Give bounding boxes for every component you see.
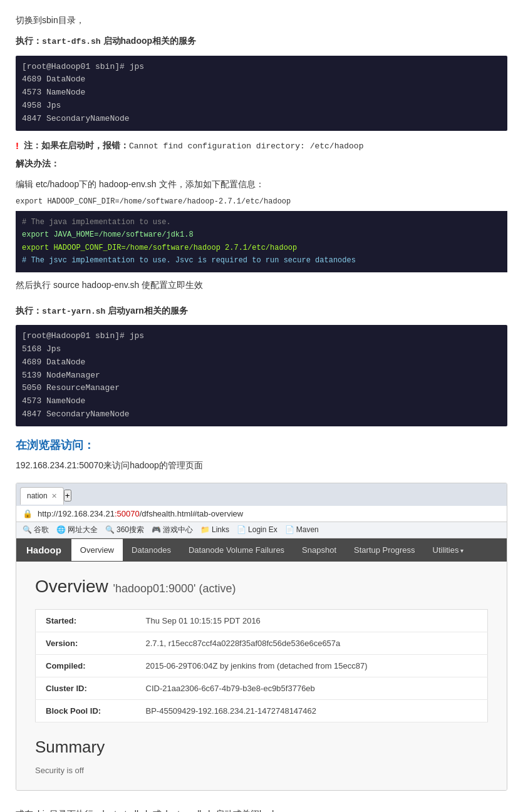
bookmark-nav-label: 网址大全 (68, 525, 98, 535)
nav-item-startup-progress[interactable]: Startup Progress (345, 539, 424, 561)
bookmark-maven-icon: 📄 (285, 525, 294, 534)
terminal-line-2: 4573 NameNode (22, 86, 501, 100)
new-tab-button[interactable]: + (64, 490, 71, 501)
code-line-conf-dir: export HADOOP_CONF_DIR=/home/software/ha… (22, 242, 501, 254)
tab-close-button[interactable]: ✕ (51, 492, 57, 500)
info-value-started: Thu Sep 01 10:15:15 PDT 2016 (136, 609, 488, 632)
browser-addressbar: 🔒 http://192.168.234.21:50070/dfshealth.… (16, 506, 507, 522)
terminal-line-3: 4958 Jps (22, 100, 501, 113)
url-port: :50070 (115, 509, 140, 518)
yarn-section: 执行：start-yarn.sh 启动yarn相关的服务 (16, 303, 507, 319)
code-box: # The java implementation to use. export… (16, 211, 507, 272)
summary-title: Summary (35, 737, 488, 757)
bookmark-google-label: 谷歌 (34, 525, 49, 535)
bottom-note: 或在sbin目录下执行: sh start-all.sh 或sh stop-al… (16, 806, 507, 812)
info-label-block-pool: Block Pool ID: (36, 699, 136, 722)
browser-tab-active[interactable]: nation ✕ (20, 487, 64, 505)
info-row-compiled: Compiled: 2015-06-29T06:04Z by jenkins f… (36, 654, 488, 677)
terminal-line-1: 4689 DataNode (22, 73, 501, 86)
bookmark-maven-label: Maven (296, 525, 319, 534)
info-label-cluster-id: Cluster ID: (36, 677, 136, 699)
info-value-cluster-id: CID-21aa2306-6c67-4b79-b3e8-ec9b5f3776eb (136, 677, 488, 699)
hadoop-navbar: Hadoop Overview Datanodes Datanode Volum… (16, 538, 507, 562)
info-row-version: Version: 2.7.1, r15ecc87ccf4a0228f35af08… (36, 632, 488, 654)
nav-item-utilities[interactable]: Utilities (424, 539, 473, 561)
bookmark-maven[interactable]: 📄 Maven (285, 525, 319, 534)
url-host: 192.168.234.21 (58, 509, 115, 518)
code-line-comment: # The java implementation to use. (22, 216, 501, 229)
browser-tabbar: nation ✕ + (16, 483, 507, 506)
url-prefix: http:// (38, 509, 58, 518)
info-label-started: Started: (36, 609, 136, 632)
nav-item-datanodes[interactable]: Datanodes (123, 539, 180, 561)
bookmark-loginex-icon: 📄 (237, 525, 246, 534)
security-text: Security is off (35, 766, 488, 775)
intro-line1: 切换到sbin目录， (16, 13, 507, 28)
browser-bookmarks-bar: 🔍 谷歌 🌐 网址大全 🔍 360搜索 🎮 游戏中心 📁 Links 📄 Log… (16, 522, 507, 538)
browser-section-desc: 192.168.234.21:50070来访问hadoop的管理页面 (16, 458, 507, 473)
bookmark-360-icon: 🔍 (105, 525, 115, 534)
terminal2-line-1: 4689 DataNode (22, 356, 501, 369)
info-value-compiled: 2015-06-29T06:04Z by jenkins from (detac… (136, 654, 488, 677)
hadoop-nav-items: Overview Datanodes Datanode Volume Failu… (71, 539, 507, 561)
bookmark-links[interactable]: 📁 Links (200, 525, 229, 534)
browser-chrome: nation ✕ + 🔒 http://192.168.234.21:50070… (16, 483, 507, 791)
notice-text: 注：如果在启动时，报错：Cannot find configuration di… (24, 138, 363, 153)
bookmark-nav[interactable]: 🌐 网址大全 (56, 525, 98, 535)
nav-item-snapshot[interactable]: Snapshot (293, 539, 345, 561)
terminal2-line-2: 5139 NodeManager (22, 369, 501, 383)
nav-item-overview[interactable]: Overview (71, 539, 123, 561)
overview-hostname: 'hadoop01:9000' (active) (113, 582, 236, 595)
terminal-jps-1: [root@Hadoop01 sbin]# jps 4689 DataNode … (16, 56, 507, 131)
info-row-block-pool: Block Pool ID: BP-45509429-192.168.234.2… (36, 699, 488, 722)
bookmark-loginex-label: Login Ex (248, 525, 277, 534)
bookmark-360-label: 360搜索 (117, 525, 144, 535)
bookmark-google-icon: 🔍 (23, 525, 32, 534)
terminal-line-4: 4847 SecondaryNameNode (22, 113, 501, 126)
bookmark-360[interactable]: 🔍 360搜索 (105, 525, 144, 535)
ssl-lock-icon: 🔒 (23, 509, 33, 518)
terminal-prompt-1: [root@Hadoop01 sbin]# jps (22, 61, 501, 74)
url-display[interactable]: http://192.168.234.21:50070/dfshealth.ht… (38, 509, 243, 518)
bookmark-loginex[interactable]: 📄 Login Ex (237, 525, 277, 534)
bookmark-games-label: 游戏中心 (163, 525, 193, 535)
bookmark-games[interactable]: 🎮 游戏中心 (152, 525, 193, 535)
terminal-prompt-2: [root@Hadoop01 sbin]# jps (22, 330, 501, 343)
intro-line2: 执行：start-dfs.sh 启动hadoop相关的服务 (16, 33, 507, 49)
terminal2-line-0: 5168 Jps (22, 343, 501, 356)
info-value-block-pool: BP-45509429-192.168.234.21-1472748147462 (136, 699, 488, 722)
overview-title: Overview 'hadoop01:9000' (active) (35, 577, 488, 597)
url-path: /dfshealth.html#tab-overview (140, 509, 243, 518)
hadoop-content: Overview 'hadoop01:9000' (active) Starte… (16, 562, 507, 790)
solution-desc: 编辑 etc/hadoop下的 hadoop-env.sh 文件，添加如下配置信… (16, 177, 507, 192)
terminal2-line-5: 4847 SecondaryNameNode (22, 408, 501, 421)
overview-info-table: Started: Thu Sep 01 10:15:15 PDT 2016 Ve… (35, 609, 488, 722)
after-edit-text: 然后执行 source hadoop-env.sh 使配置立即生效 (16, 277, 507, 293)
bookmark-nav-icon: 🌐 (56, 525, 66, 534)
solution-label: 解决办法： (16, 156, 507, 172)
bookmark-google[interactable]: 🔍 谷歌 (23, 525, 49, 535)
bookmark-games-icon: 🎮 (152, 525, 161, 534)
terminal2-line-4: 4573 NameNode (22, 395, 501, 408)
code-line-java-home: export JAVA_HOME=/home/software/jdk1.8 (22, 229, 501, 241)
bookmark-links-icon: 📁 (200, 525, 210, 534)
bookmark-links-label: Links (212, 525, 229, 534)
terminal-jps-2: [root@Hadoop01 sbin]# jps 5168 Jps 4689 … (16, 325, 507, 426)
nav-item-volume-failures[interactable]: Datanode Volume Failures (180, 539, 293, 561)
notice-row: ! 注：如果在启动时，报错：Cannot find configuration … (16, 138, 507, 153)
info-row-started: Started: Thu Sep 01 10:15:15 PDT 2016 (36, 609, 488, 632)
tab-label: nation (27, 491, 48, 500)
info-row-cluster-id: Cluster ID: CID-21aa2306-6c67-4b79-b3e8-… (36, 677, 488, 699)
info-value-version: 2.7.1, r15ecc87ccf4a0228f35af08fc56de536… (136, 632, 488, 654)
hadoop-brand-label: Hadoop (16, 538, 71, 562)
code-line-jsvc: # The jsvc implementation to use. Jsvc i… (22, 254, 501, 267)
browser-section-title: 在浏览器访问： (16, 438, 507, 453)
exclamation-icon: ! (16, 138, 19, 153)
terminal2-line-3: 5050 ResourceManager (22, 382, 501, 395)
info-label-version: Version: (36, 632, 136, 654)
export-line: export HADOOP_CONF_DIR=/home/software/ha… (16, 197, 507, 206)
info-label-compiled: Compiled: (36, 654, 136, 677)
